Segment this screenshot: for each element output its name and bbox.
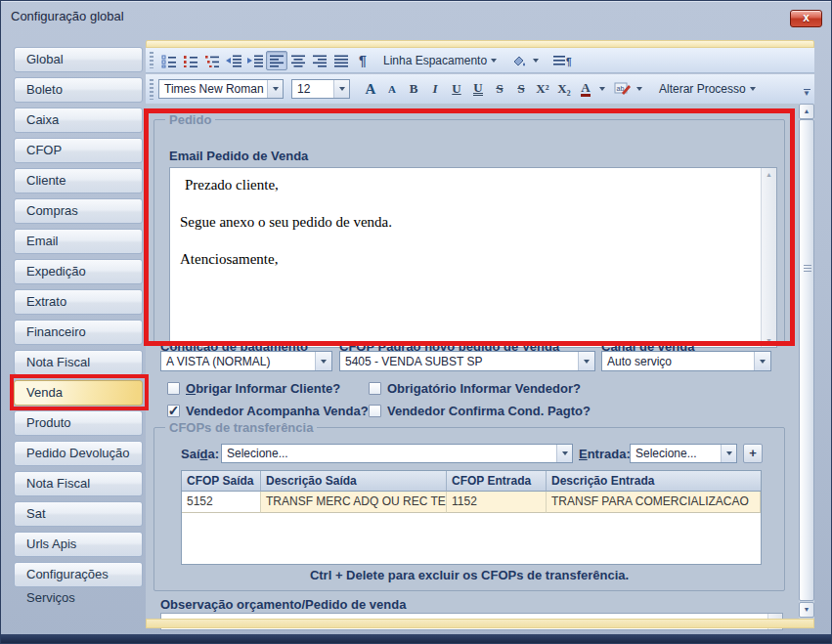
checkbox-vendedor-acompanha-venda[interactable]: ✓ Vendedor Acompanha Venda?: [167, 404, 369, 418]
italic-button[interactable]: I: [424, 79, 446, 99]
align-right-icon[interactable]: [309, 51, 330, 70]
sidebar-item-nota-fiscal-consumidor[interactable]: Nota Fiscal Consumidor: [14, 471, 143, 496]
scrollbar-grip-icon: [804, 265, 811, 274]
scroll-down-icon[interactable]: ▼: [799, 602, 814, 618]
chevron-down-icon[interactable]: [754, 352, 770, 370]
multilevel-list-icon[interactable]: [201, 51, 223, 70]
checkbox-box[interactable]: [369, 382, 381, 395]
entrada-label: Entrada:: [579, 447, 631, 461]
bold-button[interactable]: B: [403, 79, 424, 99]
font-color-dropdown[interactable]: [596, 79, 608, 99]
table-cell[interactable]: 5152: [182, 492, 261, 513]
toolbar-grip[interactable]: [150, 52, 153, 69]
show-paragraph-marks-icon[interactable]: ¶: [352, 51, 373, 70]
sidebar-item-caixa[interactable]: Caixa: [14, 107, 143, 133]
sidebar-item-email[interactable]: Email: [14, 229, 143, 254]
line-spacing-label: Linha Espacamento: [383, 54, 487, 67]
superscript-button[interactable]: X²: [532, 79, 553, 99]
shading-fill-icon[interactable]: [508, 51, 530, 70]
column-header[interactable]: CFOP Entrada: [447, 471, 547, 492]
sidebar-item-extrato[interactable]: Extrato: [14, 289, 143, 315]
toolbar-grip[interactable]: [150, 79, 153, 100]
sidebar-item-sat[interactable]: Sat: [14, 501, 143, 527]
chevron-down-icon[interactable]: [267, 80, 283, 98]
chevron-down-icon[interactable]: [556, 445, 572, 462]
scroll-up-icon[interactable]: ▲: [799, 104, 814, 119]
double-strikethrough-button[interactable]: S: [510, 79, 532, 99]
sidebar-item-configuracoes-servicos[interactable]: Configurações Serviços: [14, 562, 143, 587]
condicao-pagamento-select[interactable]: A VISTA (NORMAL): [160, 351, 332, 371]
table-cell[interactable]: 1152: [447, 492, 547, 513]
line-spacing-dropdown[interactable]: Linha Espacamento: [379, 51, 501, 70]
sidebar-item-urls-apis[interactable]: Urls Apis: [14, 532, 143, 557]
sidebar-item-nota-fiscal[interactable]: Nota Fiscal: [14, 350, 143, 375]
shrink-font-button[interactable]: A: [381, 79, 403, 99]
tabpage-bottom-edge: [146, 619, 814, 628]
justify-icon[interactable]: [330, 51, 352, 70]
strikethrough-button[interactable]: S: [489, 79, 510, 99]
alter-process-dropdown[interactable]: Alterar Processo: [655, 79, 760, 99]
checkbox-vendedor-confirma-cond-pagto[interactable]: Vendedor Confirma Cond. Pagto?: [369, 404, 591, 418]
align-left-icon[interactable]: [266, 51, 287, 70]
toolbar-overflow-button[interactable]: ▼: [799, 83, 814, 101]
checkbox-obrigar-informar-cliente[interactable]: Obrigar Informar Cliente?: [167, 381, 340, 396]
sidebar-item-venda[interactable]: Venda: [14, 380, 143, 406]
checkbox-obrigatorio-informar-vendedor[interactable]: Obrigatório Informar Vendedor?: [369, 381, 581, 396]
checkbox-box[interactable]: [167, 382, 180, 395]
bullet-list-icon[interactable]: [158, 51, 180, 70]
email-pedido-editor[interactable]: Prezado cliente, Segue anexo o seu pedid…: [169, 167, 777, 348]
scroll-down-icon[interactable]: ▼: [766, 334, 772, 347]
grow-font-button[interactable]: A: [360, 79, 381, 99]
underline-button[interactable]: U: [446, 79, 467, 99]
checkbox-box[interactable]: ✓: [167, 405, 180, 417]
sidebar-item-financeiro[interactable]: Financeiro: [14, 320, 143, 345]
email-scrollbar[interactable]: ▲ ▼: [761, 168, 776, 347]
chevron-down-icon[interactable]: [578, 352, 594, 370]
close-button[interactable]: x: [790, 10, 822, 27]
sidebar-item-global[interactable]: Global: [14, 47, 143, 72]
chevron-down-icon: [636, 87, 642, 91]
highlight-icon[interactable]: ab: [612, 79, 634, 99]
checkbox-box[interactable]: [369, 405, 381, 417]
table-cell[interactable]: TRANSF MERC ADQ OU REC TERC: [261, 492, 447, 513]
pedido-group-title: Pedido: [165, 112, 215, 127]
sidebar-item-cfop[interactable]: CFOP: [14, 138, 143, 163]
scroll-up-icon[interactable]: ▲: [766, 168, 772, 181]
sidebar-item-pedido-devolucao[interactable]: Pedido Devolução: [14, 441, 143, 466]
font-size-combobox[interactable]: 12: [291, 79, 350, 99]
cfops-table[interactable]: CFOP Saída Descrição Saída CFOP Entrada …: [181, 470, 762, 565]
column-header[interactable]: CFOP Saída: [182, 471, 261, 492]
saida-select[interactable]: Selecione...: [221, 444, 573, 463]
subscript-button[interactable]: X₂: [553, 79, 575, 99]
table-cell[interactable]: TRANSF PARA COMERCIALIZACAO: [547, 492, 761, 513]
shading-fill-dropdown[interactable]: [530, 51, 542, 70]
sidebar-item-boleto[interactable]: Boleto: [14, 77, 143, 103]
column-header[interactable]: Descrição Saída: [261, 471, 447, 492]
chevron-down-icon[interactable]: [721, 445, 736, 462]
email-pedido-text[interactable]: Prezado cliente, Segue anexo o seu pedid…: [170, 168, 761, 347]
highlight-dropdown[interactable]: [634, 79, 645, 99]
align-center-icon[interactable]: [287, 51, 309, 70]
chevron-down-icon[interactable]: [315, 352, 331, 370]
decrease-indent-icon[interactable]: [223, 51, 244, 70]
tabpage-top-edge: [146, 40, 814, 48]
double-underline-button[interactable]: U: [467, 79, 489, 99]
sidebar-item-compras[interactable]: Compras: [14, 198, 143, 224]
sidebar-item-cliente[interactable]: Cliente: [14, 168, 143, 193]
font-name-combobox[interactable]: Times New Roman: [158, 79, 284, 99]
chevron-down-icon[interactable]: [333, 80, 349, 98]
canal-venda-select[interactable]: Auto serviço: [601, 351, 771, 371]
numbered-list-icon[interactable]: [180, 51, 201, 70]
cfop-padrao-select[interactable]: 5405 - VENDA SUBST SP: [339, 351, 595, 371]
sidebar-item-expedicao[interactable]: Expedição: [14, 259, 143, 284]
chevron-down-icon: [533, 59, 539, 63]
sidebar-item-produto[interactable]: Produto: [14, 410, 143, 436]
scrollbar-thumb[interactable]: [799, 119, 814, 601]
add-cfop-button[interactable]: +: [743, 444, 763, 463]
paragraph-settings-icon[interactable]: ¶: [551, 51, 573, 70]
font-color-button[interactable]: A: [575, 79, 596, 99]
entrada-select[interactable]: Selecione...: [630, 444, 737, 463]
column-header[interactable]: Descrição Entrada: [547, 471, 761, 492]
panel-scrollbar[interactable]: ▲ ▼: [799, 104, 814, 619]
increase-indent-icon[interactable]: [244, 51, 266, 70]
